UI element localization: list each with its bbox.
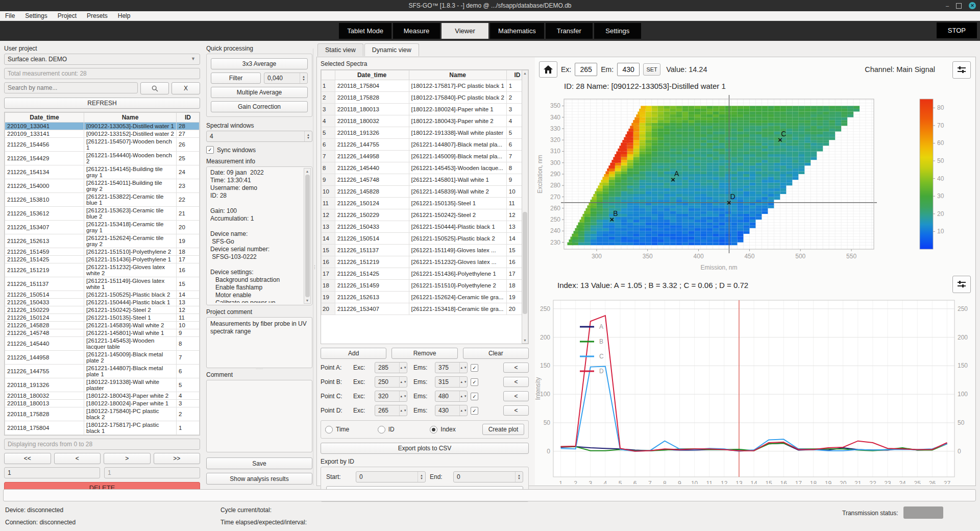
point-back-button[interactable]: < <box>503 405 529 416</box>
point-back-button[interactable]: < <box>503 391 529 401</box>
clear-search-button[interactable]: X <box>172 82 200 94</box>
table-row[interactable]: 211226_153407[261221-153418]-Ceramic til… <box>5 221 200 234</box>
table-row[interactable]: 211226_144755[261221-144807]-Black metal… <box>5 365 200 378</box>
remove-button[interactable]: Remove <box>391 348 457 359</box>
exc-spinner[interactable]: 250▲ ▼ <box>375 376 407 388</box>
scroll-up-icon[interactable]: ▲ <box>306 168 309 174</box>
table-row[interactable]: 211226_154134[261221-154145]-Building ti… <box>5 165 200 179</box>
clear-button[interactable]: Clear <box>463 348 529 359</box>
multiple-average-button[interactable]: Multiple Average <box>211 87 308 98</box>
project-comment-box[interactable]: Measurements by fiber probe in UV spectr… <box>206 317 312 368</box>
table-row[interactable]: 211226_145440[261221-145453]-Wooden lacq… <box>5 337 200 351</box>
table-row[interactable]: 10211226_145828[261221-145839]-Wall whit… <box>322 186 528 198</box>
point-enabled-checkbox[interactable]: ✓ <box>471 393 478 400</box>
ex-input[interactable]: 265 <box>575 63 597 76</box>
sync-windows-checkbox[interactable]: ✓ <box>206 146 214 154</box>
current-page-field[interactable]: 1 <box>4 467 100 478</box>
col-name[interactable]: Name <box>409 70 506 80</box>
table-row[interactable]: 5220118_191326[180122-191338]-Wall white… <box>322 127 528 139</box>
table-row[interactable]: 220118_191326[180122-191338]-Wall white … <box>5 378 200 392</box>
ems-spinner[interactable]: 480▲ ▼ <box>435 391 468 402</box>
tab-settings[interactable]: Settings <box>594 23 641 39</box>
table-row[interactable]: 4220118_180032[180122-180043]-Paper whit… <box>322 115 528 127</box>
filter-button[interactable]: Filter <box>211 73 261 84</box>
spinner-arrows-icon[interactable]: ▲ ▼ <box>459 405 467 416</box>
radio-option-id[interactable]: ID <box>378 426 430 433</box>
scroll-thumb[interactable] <box>305 175 310 297</box>
radio-icon[interactable] <box>378 426 385 433</box>
scroll-down-icon[interactable]: ▼ <box>306 298 309 303</box>
tab-transfer[interactable]: Transfer <box>546 23 593 39</box>
table-row[interactable]: 220118_175828[180122-175840]-PC plastic … <box>5 407 200 421</box>
spectra-scrollbar[interactable]: ▲ ▼ <box>522 70 528 344</box>
table-row[interactable]: 211226_154000[261221-154011]-Building ti… <box>5 179 200 193</box>
col-id[interactable]: ID <box>177 113 200 123</box>
table-row[interactable]: 211226_145828[261221-145839]-Wall white … <box>5 322 200 329</box>
table-row[interactable]: 1220118_175804[180122-175817]-PC plastic… <box>322 80 528 92</box>
table-row[interactable]: 7211226_144958[261221-145009]-Black meta… <box>322 151 528 162</box>
comment-box[interactable] <box>206 380 312 452</box>
refresh-button[interactable]: REFRESH <box>4 98 200 109</box>
table-row[interactable]: 8211226_145440[261221-145453]-Wooden lac… <box>322 162 528 174</box>
table-row[interactable]: 211226_151137[261221-151149]-Gloves late… <box>5 277 200 291</box>
minimize-icon[interactable]: – <box>946 3 949 9</box>
menu-item-settings[interactable]: Settings <box>25 12 47 19</box>
tab-viewer[interactable]: Viewer <box>442 23 488 39</box>
exc-spinner[interactable]: 285▲ ▼ <box>375 362 407 373</box>
point-back-button[interactable]: < <box>503 377 529 387</box>
menu-item-help[interactable]: Help <box>118 12 131 19</box>
scroll-up-icon[interactable]: ▲ <box>523 70 527 76</box>
table-row[interactable]: 15211226_151137[261221-151149]-Gloves la… <box>322 245 528 256</box>
table-row[interactable]: 9211226_145748[261221-145801]-Wall white… <box>322 174 528 186</box>
heatmap-settings-button[interactable] <box>952 61 971 79</box>
table-row[interactable]: 16211226_151219[261221-151232]-Gloves la… <box>322 256 528 268</box>
project-select[interactable]: Surface clean. DEMO ▼ <box>4 54 200 65</box>
table-row[interactable]: 211226_154456[261221-154507]-Wooden benc… <box>5 138 200 152</box>
search-button[interactable] <box>140 82 169 94</box>
scroll-down-icon[interactable]: ▼ <box>523 337 527 343</box>
tab-measure[interactable]: Measure <box>393 23 440 39</box>
gain-correction-button[interactable]: Gain Correction <box>211 101 308 112</box>
pager-button-2[interactable]: > <box>104 453 151 464</box>
table-row[interactable]: 211226_154429[261221-154440]-Wooden benc… <box>5 152 200 165</box>
table-row[interactable]: 211226_151459[261221-151510]-Polyethylen… <box>5 248 200 256</box>
radio-icon[interactable] <box>325 426 333 433</box>
point-enabled-checkbox[interactable]: ✓ <box>471 378 478 386</box>
table-row[interactable]: 211226_150514[261221-150525]-Plastic bla… <box>5 291 200 299</box>
radio-option-index[interactable]: Index <box>430 426 482 433</box>
table-row[interactable]: 12211226_150229[261221-150242]-Steel 212 <box>322 209 528 221</box>
stop-button[interactable]: STOP <box>937 22 977 38</box>
spinner-arrows-icon[interactable]: ▲ ▼ <box>459 391 467 401</box>
table-row[interactable]: 13211226_150433[261221-150444]-Plastic b… <box>322 221 528 233</box>
avg3-button[interactable]: 3x3 Average <box>211 58 308 69</box>
table-row[interactable]: 20211226_153407[261221-153418]-Ceramic t… <box>322 303 528 315</box>
em-input[interactable]: 430 <box>617 63 640 76</box>
measurement-info-scrollbar[interactable]: ▲ ▼ <box>304 168 311 304</box>
col-date-time[interactable]: Date_time <box>335 70 409 80</box>
spinner-arrows-icon[interactable]: ▲ ▼ <box>399 391 407 401</box>
pager-button-3[interactable]: >> <box>154 453 201 464</box>
spinner-arrows-icon[interactable]: ▲▼ <box>515 472 523 482</box>
table-row[interactable]: 211226_150124[261221-150135]-Steel 111 <box>5 314 200 322</box>
search-input[interactable] <box>4 82 138 93</box>
table-row[interactable]: 18211226_151459[261221-151510]-Polyethyl… <box>322 280 528 292</box>
spinner-arrows-icon[interactable]: ▲▼ <box>418 472 425 482</box>
ems-spinner[interactable]: 430▲ ▼ <box>435 405 468 416</box>
col-name[interactable]: Name <box>84 113 177 123</box>
close-icon[interactable]: ✕ <box>969 2 976 9</box>
point-back-button[interactable]: < <box>503 363 529 373</box>
table-row[interactable]: 211226_145748[261221-145801]-Wall white … <box>5 329 200 337</box>
table-row[interactable]: 211226_151425[261221-151436]-Polyethylen… <box>5 256 200 263</box>
spectral-windows-spinner[interactable]: 4 ▲▼ <box>206 131 312 142</box>
tab-static-view[interactable]: Static view <box>317 43 363 56</box>
export-plots-csv-button[interactable]: Export plots to CSV <box>321 443 529 454</box>
table-row[interactable]: 220118_180032[180122-180043]-Paper white… <box>5 392 200 400</box>
radio-option-time[interactable]: Time <box>325 426 378 433</box>
table-row[interactable]: 211226_151219[261221-151232]-Gloves late… <box>5 263 200 277</box>
home-button[interactable] <box>539 61 557 78</box>
table-row[interactable]: 220118_175804[180122-175817]-PC plastic … <box>5 421 200 435</box>
table-row[interactable]: 6211226_144755[261221-144807]-Black meta… <box>322 139 528 151</box>
pager-button-1[interactable]: < <box>54 453 101 464</box>
restore-icon[interactable] <box>956 3 962 9</box>
col-date-time[interactable]: Date_time <box>5 113 84 123</box>
